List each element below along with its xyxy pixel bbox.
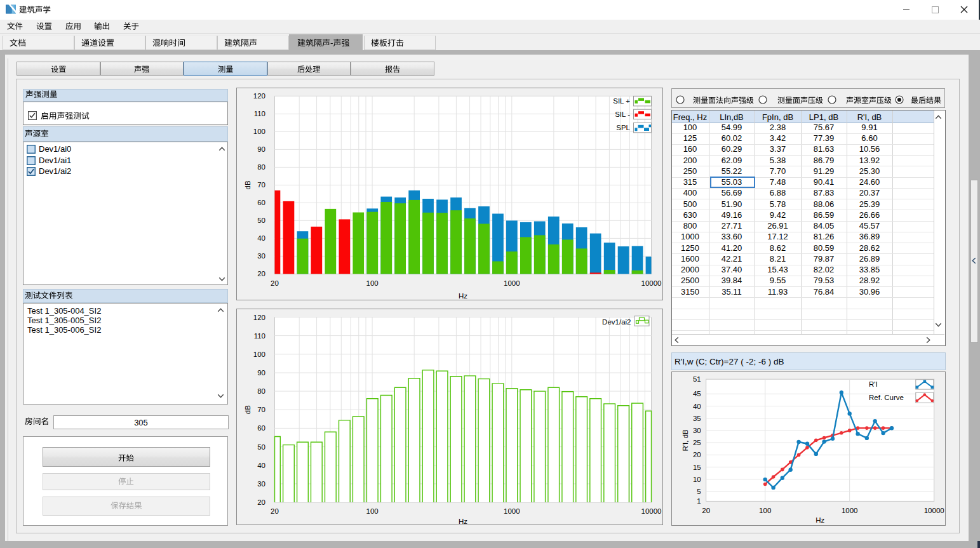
svg-text:dB: dB: [245, 405, 252, 414]
svg-text:100: 100: [253, 128, 265, 135]
svg-text:100: 100: [366, 279, 379, 287]
svg-text:120: 120: [253, 314, 265, 321]
svg-text:25: 25: [693, 439, 701, 446]
svg-text:Ref. Curve: Ref. Curve: [869, 394, 904, 401]
svg-text:20: 20: [271, 279, 279, 287]
svg-text:51: 51: [693, 375, 701, 383]
svg-text:dB: dB: [245, 180, 252, 189]
svg-text:20: 20: [693, 451, 701, 458]
svg-text:30: 30: [693, 427, 701, 434]
svg-text:30: 30: [257, 252, 265, 260]
svg-text:SIL +: SIL +: [613, 97, 630, 105]
svg-text:120: 120: [253, 92, 265, 100]
svg-text:100: 100: [759, 507, 771, 514]
svg-text:60: 60: [257, 424, 265, 432]
svg-text:90: 90: [257, 369, 265, 377]
svg-text:R'I, dB: R'I, dB: [681, 429, 689, 451]
svg-text:Hz: Hz: [816, 516, 824, 524]
svg-text:70: 70: [257, 406, 265, 413]
svg-text:1000: 1000: [504, 507, 520, 515]
svg-text:50: 50: [257, 443, 265, 451]
svg-text:50: 50: [257, 217, 265, 224]
svg-text:10000: 10000: [641, 279, 662, 287]
svg-text:35: 35: [693, 415, 701, 422]
svg-text:20: 20: [257, 498, 265, 506]
svg-text:70: 70: [257, 181, 265, 189]
svg-text:100: 100: [253, 351, 265, 358]
svg-text:R'I: R'I: [869, 380, 878, 388]
svg-text:60: 60: [257, 199, 265, 206]
svg-text:100: 100: [366, 507, 379, 515]
svg-text:20: 20: [271, 507, 279, 515]
svg-text:40: 40: [257, 462, 265, 469]
svg-text:Dev1/ai2: Dev1/ai2: [602, 318, 631, 326]
svg-text:Hz: Hz: [459, 292, 467, 300]
svg-text:5: 5: [697, 488, 701, 495]
svg-text:80: 80: [257, 387, 265, 395]
svg-text:80: 80: [257, 163, 265, 171]
svg-text:SIL -: SIL -: [615, 110, 630, 118]
svg-text:40: 40: [257, 234, 265, 242]
svg-text:SPL: SPL: [616, 124, 630, 131]
svg-text:110: 110: [254, 110, 265, 117]
svg-text:40: 40: [693, 403, 701, 410]
svg-text:15: 15: [693, 464, 701, 471]
svg-text:Hz: Hz: [459, 518, 467, 525]
svg-text:30: 30: [257, 480, 265, 488]
svg-text:20: 20: [257, 270, 265, 277]
svg-text:10: 10: [693, 476, 701, 483]
svg-text:1000: 1000: [504, 279, 520, 287]
svg-text:10000: 10000: [924, 507, 944, 514]
svg-text:1: 1: [697, 497, 701, 505]
svg-text:1000: 1000: [842, 507, 858, 514]
svg-text:10000: 10000: [641, 507, 662, 515]
svg-text:110: 110: [254, 332, 265, 340]
svg-text:20: 20: [702, 507, 710, 514]
svg-text:45: 45: [693, 390, 701, 398]
svg-text:90: 90: [257, 145, 265, 153]
